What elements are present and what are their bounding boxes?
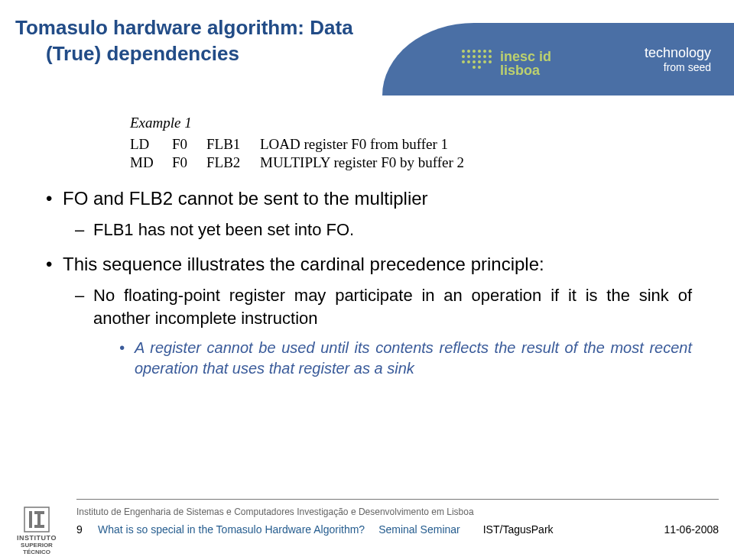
ex-reg: F0: [172, 154, 206, 171]
ex-buf: FLB2: [206, 154, 260, 171]
body-list: • FO and FLB2 cannot be sent to the mult…: [46, 186, 692, 379]
example-row: MD F0 FLB2 MULTIPLY register F0 by buffe…: [130, 154, 734, 171]
inesc-logo: inesc id lisboa: [459, 42, 551, 77]
footer: Instituto de Engenharia de Sistemas e Co…: [0, 499, 734, 560]
header-band-content: inesc id lisboa technology from seed: [382, 23, 734, 95]
date: 11-06-2008: [664, 523, 719, 536]
inesc-name: inesc id lisboa: [500, 50, 551, 77]
dash-icon: –: [75, 218, 93, 241]
bullet-lvl1: • FO and FLB2 cannot be sent to the mult…: [46, 186, 692, 241]
title-line-1: Tomasulo hardware algorithm: Data: [15, 15, 382, 41]
brand-sub: lisboa: [500, 63, 551, 77]
dash-icon: –: [75, 284, 93, 329]
ist-shield-icon: [24, 507, 50, 532]
location: IST/TagusPark: [483, 523, 554, 536]
title-line-2: (True) dependencies: [15, 41, 382, 67]
bullet-lvl1: • This sequence illustrates the cardinal…: [46, 252, 692, 379]
ex-desc: LOAD register F0 from buffer 1: [260, 136, 448, 153]
bullet-dot-icon: •: [46, 252, 63, 277]
example-title: Example 1: [130, 115, 734, 131]
bullet-text: This sequence illustrates the cardinal p…: [63, 252, 692, 277]
footer-divider: [76, 499, 719, 500]
bullet-dot-icon: •: [46, 186, 63, 211]
ex-reg: F0: [172, 136, 206, 153]
logo-label-3: TÉCNICO: [9, 549, 64, 555]
sub-text: FLB1 has not yet been set into FO.: [93, 218, 692, 241]
sublist: – FLB1 has not yet been set into FO.: [75, 218, 692, 241]
sublist: – No floating-point register may partici…: [75, 284, 692, 378]
bullet-text: FO and FLB2 cannot be sent to the multip…: [63, 186, 692, 211]
svg-rect-1: [29, 511, 32, 528]
footer-row: 9 What is so special in the Tomasulo Har…: [76, 523, 719, 536]
svg-rect-0: [24, 507, 49, 532]
sub-text: No floating-point register may participa…: [93, 284, 692, 329]
example-block: Example 1 LD F0 FLB1 LOAD register F0 fr…: [130, 115, 734, 171]
tagline-top: technology: [645, 45, 711, 61]
header: Tomasulo hardware algorithm: Data (True)…: [0, 0, 734, 107]
subsublist: • A register cannot be used until its co…: [119, 338, 692, 379]
slide-title: Tomasulo hardware algorithm: Data (True)…: [15, 15, 382, 67]
ex-op: LD: [130, 136, 172, 153]
seminar-name: Seminal Seminar: [378, 523, 460, 536]
logo-label-1: INSTITUTO: [9, 534, 64, 542]
ex-desc: MULTIPLY register F0 by buffer 2: [260, 154, 464, 171]
page-number: 9: [76, 523, 98, 536]
ex-buf: FLB1: [206, 136, 260, 153]
logo-label-2: SUPERIOR: [9, 542, 64, 549]
tagline: technology from seed: [645, 45, 711, 73]
sphere-icon: [459, 42, 494, 77]
example-row: LD F0 FLB1 LOAD register F0 from buffer …: [130, 136, 734, 153]
brand-name: inesc id: [500, 49, 551, 64]
ist-logo: INSTITUTO SUPERIOR TÉCNICO: [9, 507, 64, 555]
svg-rect-4: [37, 511, 41, 528]
sub3-text: A register cannot be used until its cont…: [135, 338, 692, 379]
talk-title: What is so special in the Tomasulo Hardw…: [98, 523, 365, 536]
institute-line: Instituto de Engenharia de Sistemas e Co…: [76, 507, 474, 517]
bullet-dot-icon: •: [119, 338, 135, 379]
ex-op: MD: [130, 154, 172, 171]
tagline-bot: from seed: [645, 61, 711, 73]
